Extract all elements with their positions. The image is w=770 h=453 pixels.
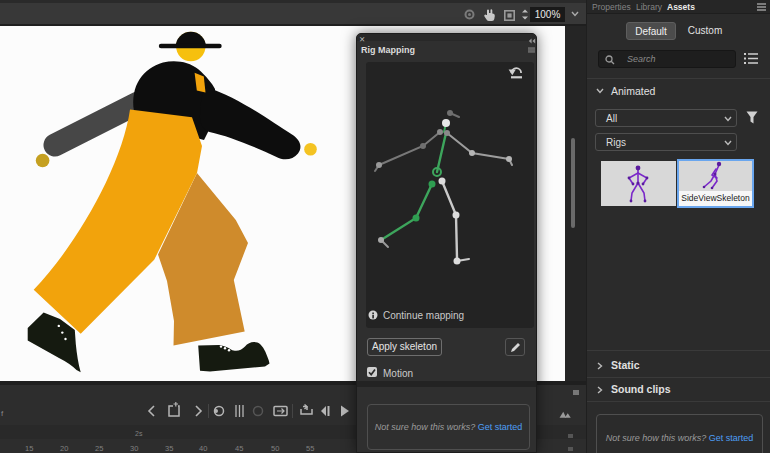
svg-text:Continue mapping: Continue mapping: [383, 310, 464, 321]
